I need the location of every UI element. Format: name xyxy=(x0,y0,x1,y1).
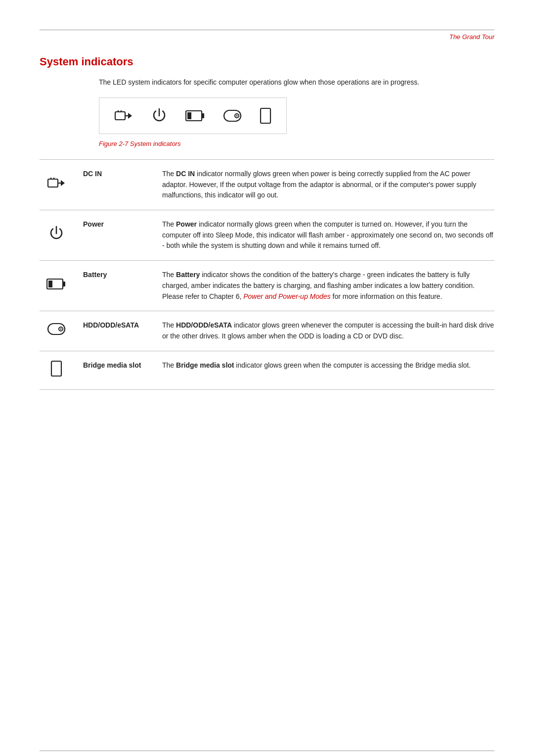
svg-point-10 xyxy=(236,115,238,117)
hdd-label: HDD/ODD/eSATA xyxy=(79,311,158,351)
table-row: Battery The Battery indicator shows the … xyxy=(40,261,494,311)
table-row: HDD/ODD/eSATA The HDD/ODD/eSATA indicato… xyxy=(40,311,494,351)
svg-rect-19 xyxy=(48,281,52,287)
battery-figure-icon xyxy=(185,108,205,123)
svg-rect-8 xyxy=(224,110,241,121)
section-title: System indicators xyxy=(40,55,494,68)
indicator-table: DC IN The DC IN indicator normally glows… xyxy=(40,159,494,390)
hdd-description: The HDD/ODD/eSATA indicator glows green … xyxy=(158,311,494,351)
battery-description: The Battery indicator shows the conditio… xyxy=(158,261,494,311)
hdd-figure-icon xyxy=(223,108,242,123)
dc-in-description: The DC IN indicator normally glows green… xyxy=(158,160,494,210)
dc-in-figure-icon xyxy=(114,107,133,125)
bridge-icon xyxy=(40,351,79,389)
battery-link[interactable]: Power and Power-up Modes xyxy=(243,292,330,300)
page: The Grand Tour System indicators The LED… xyxy=(0,30,534,756)
table-row: Bridge media slot The Bridge media slot … xyxy=(40,351,494,389)
svg-rect-7 xyxy=(187,112,191,119)
intro-text: The LED system indicators for specific c… xyxy=(99,77,494,88)
svg-marker-14 xyxy=(61,180,65,186)
svg-rect-11 xyxy=(261,108,270,123)
svg-rect-23 xyxy=(51,361,61,376)
table-row: DC IN The DC IN indicator normally glows… xyxy=(40,160,494,210)
footer-rule xyxy=(40,751,494,751)
bridge-description: The Bridge media slot indicator glows gr… xyxy=(158,351,494,389)
svg-point-22 xyxy=(60,329,62,330)
power-description: The Power indicator normally glows green… xyxy=(158,210,494,261)
power-figure-icon xyxy=(151,107,168,125)
svg-rect-12 xyxy=(48,179,58,187)
header-title: The Grand Tour xyxy=(0,30,534,41)
bridge-label: Bridge media slot xyxy=(79,351,158,389)
main-content: System indicators The LED system indicat… xyxy=(0,41,534,390)
table-row: Power The Power indicator normally glows… xyxy=(40,210,494,261)
dc-in-label: DC IN xyxy=(79,160,158,210)
bridge-figure-icon xyxy=(260,107,271,124)
battery-label: Battery xyxy=(79,261,158,311)
power-icon xyxy=(40,210,79,261)
svg-marker-2 xyxy=(128,113,132,119)
svg-rect-0 xyxy=(115,112,125,120)
figure-box xyxy=(99,97,287,134)
figure-icons xyxy=(114,107,271,125)
svg-rect-20 xyxy=(48,324,65,334)
figure-caption: Figure 2-7 System indicators xyxy=(99,140,494,147)
dc-in-icon xyxy=(40,160,79,210)
power-label: Power xyxy=(79,210,158,261)
svg-rect-6 xyxy=(202,113,204,118)
hdd-icon xyxy=(40,311,79,351)
battery-icon xyxy=(40,261,79,311)
svg-rect-18 xyxy=(63,282,65,286)
